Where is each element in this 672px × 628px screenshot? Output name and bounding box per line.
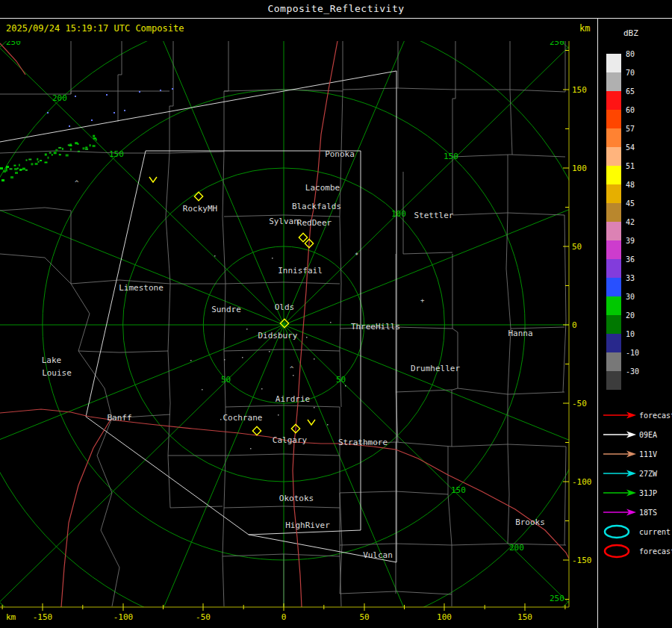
precip-pixel-weak — [69, 125, 70, 127]
legend-item-111V: 111V — [602, 444, 672, 464]
point-echo — [269, 351, 270, 352]
colorbar-swatch — [606, 91, 621, 110]
18TS-arrow-icon — [602, 507, 636, 517]
city-label-sundre: Sundre — [211, 305, 241, 314]
point-echo — [293, 375, 294, 376]
precip-pixel — [66, 155, 69, 157]
colorbar-swatch — [606, 296, 621, 315]
precip-pixel — [25, 170, 28, 171]
precip-pixel — [31, 163, 33, 165]
wind-barb-marker — [149, 177, 157, 182]
precip-pixel-weak — [139, 91, 140, 93]
radar-site-marker — [299, 233, 307, 241]
precip-pixel — [3, 170, 6, 172]
range-label: 200 — [52, 93, 67, 103]
range-label: 100 — [391, 209, 406, 219]
coverage-polygons — [0, 71, 396, 562]
precip-pixel — [85, 149, 88, 150]
axis-tick-label: 150 — [572, 85, 587, 95]
city-label-rockymh: RockyMH — [183, 204, 217, 214]
point-echo — [202, 389, 203, 391]
axis-tick-label: 100 — [572, 164, 587, 173]
point-echo — [327, 424, 329, 426]
precip-pixel — [90, 144, 91, 146]
precip-pixel — [10, 168, 13, 170]
precip-pixel — [96, 139, 97, 141]
colorbar-swatch — [606, 54, 621, 72]
radar-map[interactable]: 2502001501001502505050150200250 PonokaLa… — [0, 38, 597, 628]
point-echo — [250, 448, 252, 450]
precip-pixel — [58, 147, 61, 149]
km-unit-bottom: km — [6, 612, 16, 622]
legend-item-label: 09EA — [639, 431, 657, 439]
09EA-arrow-icon — [602, 429, 636, 440]
forecast-ellipse-icon — [602, 543, 636, 559]
echo-glyph: ^ — [75, 179, 79, 187]
precip-pixel — [83, 147, 85, 149]
axis-tick-label: -150 — [33, 612, 53, 622]
precip-pixel — [69, 145, 72, 146]
legend-item-label: forecast — [639, 547, 672, 556]
range-label: 150 — [444, 152, 458, 161]
legend-item-label: 27ZW — [639, 470, 657, 478]
27ZW-arrow-icon — [602, 468, 636, 479]
precip-echoes — [0, 88, 173, 181]
colorbar-title: dBZ — [623, 28, 638, 38]
legend-item-label: 18TS — [639, 509, 657, 517]
legend-item-forecast-ellipse: forecast — [602, 541, 672, 561]
axis-tick-label: 150 — [517, 612, 532, 622]
axis-tick-label: -150 — [572, 556, 592, 565]
city-label-threehills: ThreeHills — [351, 322, 400, 332]
precip-pixel — [13, 165, 16, 167]
city-label-lake: Lake — [42, 355, 62, 365]
point-echo — [278, 414, 279, 416]
dbz-colorbar: 80706560575451484542393633302010-10-30 — [606, 54, 639, 390]
colorbar-swatch — [606, 203, 621, 222]
legend-item-label: forecast — [639, 411, 672, 420]
axis-tick-label: -100 — [113, 612, 134, 622]
precip-pixel-weak — [172, 88, 173, 90]
city-label-calgary: Calgary — [273, 435, 308, 445]
point-echo — [246, 329, 248, 330]
colorbar-swatch — [606, 259, 621, 278]
city-label-reddeer: RedDeer — [297, 218, 332, 228]
echo-glyph: + — [420, 296, 425, 304]
precip-pixel — [38, 161, 40, 163]
precip-pixel — [54, 152, 57, 154]
precip-pixel — [1, 179, 4, 181]
precip-pixel — [93, 145, 96, 147]
axis-tick-label: -100 — [572, 477, 592, 487]
precip-pixel — [14, 168, 17, 170]
forecast-arrow-icon — [602, 410, 636, 420]
city-label-blackfalds: Blackfalds — [292, 202, 341, 211]
legend-item-label: current — [639, 528, 671, 536]
axis-tick-label: 0 — [281, 612, 287, 622]
colorbar-swatch — [606, 352, 621, 371]
range-label: 250 — [6, 38, 21, 47]
range-label: 50 — [336, 375, 346, 385]
city-label-cochrane: Cochrane — [223, 413, 263, 423]
echo-glyphs: *+^^ — [75, 179, 425, 373]
city-label-brooks: Brooks — [515, 517, 545, 527]
city-label-stettler: Stettler — [414, 211, 454, 220]
point-echo — [261, 388, 263, 390]
colorbar-row: -30 — [606, 371, 639, 390]
precip-pixel — [17, 168, 19, 170]
city-label-sylvan: Sylvan — [269, 217, 299, 226]
city-label-strathmore: Strathmore — [338, 438, 388, 447]
km-unit-top: km — [579, 23, 590, 34]
precip-pixel — [15, 172, 18, 174]
current-ellipse-icon — [602, 523, 636, 540]
colorbar-swatch — [606, 315, 621, 334]
colorbar-swatch — [606, 110, 621, 128]
point-echo — [190, 360, 192, 361]
precip-pixel — [49, 152, 52, 154]
colorbar-swatch — [606, 166, 621, 184]
precip-pixel — [10, 176, 13, 178]
point-echo — [214, 255, 216, 257]
point-echo — [314, 358, 315, 360]
city-label-hanna: Hanna — [508, 329, 532, 338]
range-label: 150 — [451, 485, 466, 495]
precip-pixel — [93, 135, 95, 137]
precip-pixel — [78, 151, 80, 152]
